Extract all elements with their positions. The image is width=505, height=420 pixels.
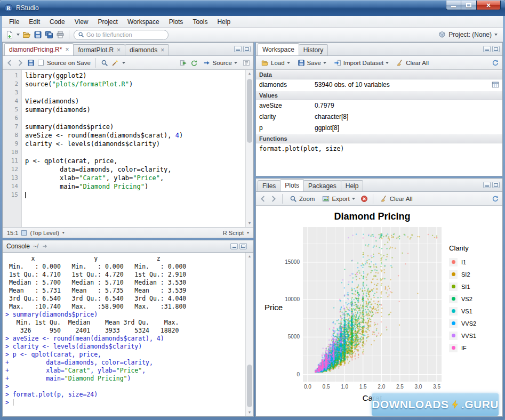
- tab-help[interactable]: Help: [341, 180, 364, 191]
- titlebar[interactable]: R RStudio ×: [0, 0, 505, 16]
- scroll-up-icon[interactable]: ▲: [246, 70, 253, 77]
- menu-item-help[interactable]: Help: [212, 16, 235, 28]
- scroll-up-icon[interactable]: ▲: [246, 253, 253, 260]
- scrollbar-thumb[interactable]: [247, 79, 252, 143]
- code-tools-caret-icon[interactable]: [122, 62, 125, 64]
- line-number: 2: [3, 80, 18, 88]
- menu-item-code[interactable]: Code: [45, 16, 70, 28]
- legend-label: SI2: [461, 271, 470, 278]
- export-button[interactable]: Export: [320, 194, 357, 204]
- clear-all-plots-button[interactable]: Clear All: [378, 194, 415, 204]
- tab-packages[interactable]: Packages: [303, 180, 341, 191]
- refresh-plots-icon[interactable]: [492, 195, 499, 203]
- close-button[interactable]: ×: [477, 1, 501, 10]
- file-type-selector[interactable]: R Script: [223, 230, 244, 236]
- code-line: source("plots/formatPlot.R"): [25, 80, 245, 88]
- project-selector[interactable]: Project: (None): [438, 31, 500, 38]
- forward-icon[interactable]: [17, 59, 24, 67]
- editor-scrollbar[interactable]: ▲ ▼: [245, 70, 253, 227]
- menu-item-project[interactable]: Project: [93, 16, 123, 28]
- legend-entry-si2: SI2: [449, 268, 500, 280]
- grid-icon[interactable]: [492, 81, 499, 88]
- tab-files[interactable]: Files: [258, 180, 280, 191]
- tab-diamonds[interactable]: diamonds×: [125, 44, 169, 55]
- workspace-row[interactable]: pggplot[8]: [256, 123, 502, 134]
- new-file-icon[interactable]: [5, 30, 14, 39]
- workspace-row[interactable]: claritycharacter[8]: [256, 111, 502, 123]
- menu-item-plots[interactable]: Plots: [164, 16, 188, 28]
- workspace-row[interactable]: format.plot(plot, size): [256, 143, 502, 155]
- y-tick-label: 0: [276, 371, 300, 377]
- console-dir-icon[interactable]: [42, 243, 48, 249]
- pane-minimize-button[interactable]: [483, 182, 491, 188]
- legend-entry-if: IF: [449, 342, 500, 354]
- minimize-button[interactable]: [446, 1, 461, 10]
- menu-item-edit[interactable]: Edit: [24, 16, 45, 28]
- console-scrollbar[interactable]: ▲ ▼: [245, 253, 253, 416]
- pane-minimize-button[interactable]: [230, 243, 238, 249]
- legend-entry-vs2: VS2: [449, 293, 500, 305]
- legend-key: [449, 282, 458, 291]
- menu-item-view[interactable]: View: [70, 16, 93, 28]
- open-file-icon[interactable]: [22, 30, 31, 39]
- load-icon: [261, 59, 269, 67]
- menu-item-workspace[interactable]: Workspace: [123, 16, 164, 28]
- save-workspace-button[interactable]: Save: [295, 58, 328, 68]
- tab-workspace[interactable]: Workspace: [258, 43, 299, 55]
- console-line: > format.plot(p, size=24): [5, 391, 243, 399]
- pane-minimize-button[interactable]: [234, 46, 242, 52]
- document-outline-icon[interactable]: [243, 59, 250, 67]
- editor-code[interactable]: library(ggplot2)source("plots/formatPlot…: [22, 70, 245, 227]
- refresh-icon[interactable]: [492, 59, 499, 67]
- import-dataset-button[interactable]: Import Dataset: [332, 58, 391, 68]
- scrollbar-thumb[interactable]: [247, 365, 252, 407]
- find-icon[interactable]: [101, 59, 108, 67]
- pane-minimize-button[interactable]: [483, 46, 491, 52]
- goto-input[interactable]: [86, 31, 164, 38]
- zoom-button[interactable]: Zoom: [287, 194, 317, 204]
- rerun-icon[interactable]: [190, 59, 198, 67]
- tab-plots[interactable]: Plots: [280, 179, 304, 191]
- scope-selector[interactable]: (Top Level): [30, 230, 59, 236]
- console-output[interactable]: x y z Min. : 0.000 Min. : 0.000 Min. : 0…: [3, 253, 253, 416]
- plot-legend-entries: I1SI2SI1VS2VS1VVS2VVS1IF: [449, 256, 500, 354]
- new-file-caret-icon[interactable]: [17, 34, 20, 36]
- run-icon[interactable]: [180, 59, 187, 67]
- scroll-down-icon[interactable]: ▼: [246, 220, 253, 227]
- next-plot-icon[interactable]: [270, 195, 277, 203]
- save-all-icon[interactable]: [45, 30, 53, 39]
- legend-dot-icon: [452, 309, 455, 313]
- clear-all-button[interactable]: Clear All: [394, 58, 431, 68]
- workspace-row[interactable]: aveSize0.7979: [256, 100, 502, 111]
- tab-close-icon[interactable]: ×: [117, 47, 121, 53]
- pane-maximize-button[interactable]: [239, 243, 247, 249]
- pane-maximize-button[interactable]: [492, 46, 500, 52]
- print-icon[interactable]: [56, 30, 65, 39]
- source-on-save-checkbox[interactable]: [38, 60, 44, 66]
- menu-item-tools[interactable]: Tools: [188, 16, 212, 28]
- save-icon[interactable]: [34, 30, 42, 39]
- previous-plot-icon[interactable]: [259, 195, 267, 203]
- plots-tabs: FilesPlotsPackagesHelp: [258, 179, 363, 191]
- pane-maximize-button[interactable]: [492, 182, 500, 188]
- pane-maximize-button[interactable]: [243, 46, 251, 52]
- save-file-icon[interactable]: [27, 59, 35, 67]
- tab-close-icon[interactable]: ×: [65, 47, 69, 52]
- tab-formatplot-r[interactable]: formatPlot.R×: [73, 44, 125, 55]
- maximize-button[interactable]: [461, 1, 477, 10]
- x-tick-label: 3.5: [428, 384, 446, 390]
- back-icon[interactable]: [6, 59, 13, 67]
- source-button[interactable]: Source: [201, 58, 239, 68]
- close-icon: ×: [486, 2, 491, 9]
- tab-diamondpricing-r[interactable]: diamondPricing.R*×: [4, 43, 74, 55]
- tab-history[interactable]: History: [299, 44, 328, 55]
- menu-item-file[interactable]: File: [4, 16, 24, 28]
- workspace-row[interactable]: diamonds53940 obs. of 10 variables: [256, 79, 502, 91]
- code-tools-icon[interactable]: [111, 59, 119, 67]
- tab-close-icon[interactable]: ×: [161, 47, 164, 53]
- goto-file-box[interactable]: [74, 30, 169, 40]
- remove-plot-icon[interactable]: [360, 195, 368, 203]
- scroll-down-icon[interactable]: ▼: [246, 409, 253, 416]
- line-number: 4: [3, 97, 18, 106]
- load-button[interactable]: Load: [259, 58, 292, 68]
